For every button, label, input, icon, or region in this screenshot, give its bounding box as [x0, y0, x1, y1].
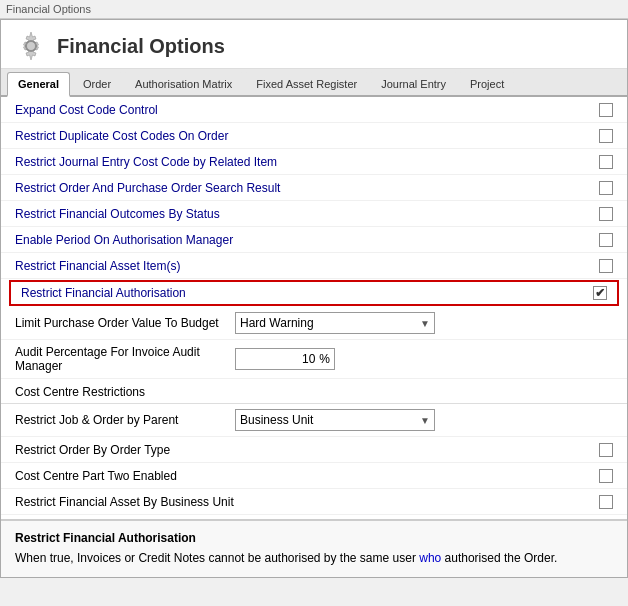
footer-text: When true, Invoices or Credit Notes cann… [15, 549, 613, 567]
checkbox-restrict-financial-outcomes[interactable] [599, 207, 613, 221]
select-restrict-job-order[interactable]: Business Unit ▼ [235, 409, 435, 431]
label-restrict-journal: Restrict Journal Entry Cost Code by Rela… [15, 155, 595, 169]
row-restrict-journal: Restrict Journal Entry Cost Code by Rela… [1, 149, 627, 175]
checkmark-icon: ✔ [595, 286, 605, 300]
footer-title: Restrict Financial Authorisation [15, 531, 613, 545]
label-enable-period: Enable Period On Authorisation Manager [15, 233, 595, 247]
checkbox-restrict-order-search[interactable] [599, 181, 613, 195]
select-restrict-job-order-value: Business Unit [240, 413, 416, 427]
tab-general[interactable]: General [7, 72, 70, 97]
row-restrict-financial-asset-bu: Restrict Financial Asset By Business Uni… [1, 489, 627, 515]
tab-fixed-asset-register[interactable]: Fixed Asset Register [245, 72, 368, 95]
input-audit-percentage[interactable]: 10 % [235, 348, 335, 370]
checkbox-restrict-journal[interactable] [599, 155, 613, 169]
tab-project[interactable]: Project [459, 72, 515, 95]
select-limit-purchase-order[interactable]: Hard Warning ▼ [235, 312, 435, 334]
row-restrict-financial-outcomes: Restrict Financial Outcomes By Status [1, 201, 627, 227]
row-restrict-order-search: Restrict Order And Purchase Order Search… [1, 175, 627, 201]
row-restrict-duplicate: Restrict Duplicate Cost Codes On Order [1, 123, 627, 149]
footer-text-before: When true, Invoices or Credit Notes cann… [15, 551, 419, 565]
checkbox-enable-period[interactable] [599, 233, 613, 247]
main-window: Financial Options General Order Authoris… [0, 19, 628, 578]
label-restrict-financial-outcomes: Restrict Financial Outcomes By Status [15, 207, 595, 221]
title-bar: Financial Options [0, 0, 628, 19]
footer-link[interactable]: who [419, 551, 441, 565]
checkbox-restrict-duplicate[interactable] [599, 129, 613, 143]
checkbox-expand-cost-code[interactable] [599, 103, 613, 117]
row-cost-centre-part-two: Cost Centre Part Two Enabled [1, 463, 627, 489]
section-cost-centre: Cost Centre Restrictions [1, 379, 627, 403]
page-title: Financial Options [57, 35, 225, 58]
row-restrict-job-order: Restrict Job & Order by Parent Business … [1, 404, 627, 437]
label-restrict-financial-asset: Restrict Financial Asset Item(s) [15, 259, 595, 273]
header: Financial Options [1, 20, 627, 69]
row-restrict-financial-auth: Restrict Financial Authorisation ✔ [9, 280, 619, 306]
checkbox-restrict-financial-asset-bu[interactable] [599, 495, 613, 509]
row-limit-purchase-order: Limit Purchase Order Value To Budget Har… [1, 307, 627, 340]
row-enable-period: Enable Period On Authorisation Manager [1, 227, 627, 253]
footer-text-after: authorised the Order. [441, 551, 557, 565]
tab-authorisation-matrix[interactable]: Authorisation Matrix [124, 72, 243, 95]
checkbox-restrict-order-type[interactable] [599, 443, 613, 457]
label-restrict-order-search: Restrict Order And Purchase Order Search… [15, 181, 595, 195]
content-area: Expand Cost Code Control Restrict Duplic… [1, 97, 627, 515]
label-limit-purchase-order: Limit Purchase Order Value To Budget [15, 316, 235, 330]
checkbox-cost-centre-part-two[interactable] [599, 469, 613, 483]
checkbox-restrict-financial-asset[interactable] [599, 259, 613, 273]
label-expand-cost-code: Expand Cost Code Control [15, 103, 595, 117]
row-restrict-order-type: Restrict Order By Order Type [1, 437, 627, 463]
label-restrict-job-order: Restrict Job & Order by Parent [15, 413, 235, 427]
audit-percentage-value: 10 [240, 352, 315, 366]
chevron-down-icon: ▼ [416, 318, 430, 329]
title-bar-label: Financial Options [6, 3, 91, 15]
select-limit-purchase-order-value: Hard Warning [240, 316, 416, 330]
percent-unit: % [319, 352, 330, 366]
tab-journal-entry[interactable]: Journal Entry [370, 72, 457, 95]
label-restrict-duplicate: Restrict Duplicate Cost Codes On Order [15, 129, 595, 143]
checkbox-restrict-financial-auth[interactable]: ✔ [593, 286, 607, 300]
chevron-down-icon-2: ▼ [416, 415, 430, 426]
label-restrict-order-type: Restrict Order By Order Type [15, 443, 595, 457]
gear-icon [15, 30, 47, 62]
footer-description: Restrict Financial Authorisation When tr… [1, 519, 627, 577]
label-restrict-financial-auth: Restrict Financial Authorisation [21, 286, 589, 300]
row-audit-percentage: Audit Percentage For Invoice Audit Manag… [1, 340, 627, 379]
label-restrict-financial-asset-bu: Restrict Financial Asset By Business Uni… [15, 495, 595, 509]
tabs-bar: General Order Authorisation Matrix Fixed… [1, 69, 627, 97]
tab-order[interactable]: Order [72, 72, 122, 95]
label-audit-percentage: Audit Percentage For Invoice Audit Manag… [15, 345, 235, 373]
row-restrict-financial-asset: Restrict Financial Asset Item(s) [1, 253, 627, 279]
label-cost-centre-part-two: Cost Centre Part Two Enabled [15, 469, 595, 483]
row-expand-cost-code: Expand Cost Code Control [1, 97, 627, 123]
